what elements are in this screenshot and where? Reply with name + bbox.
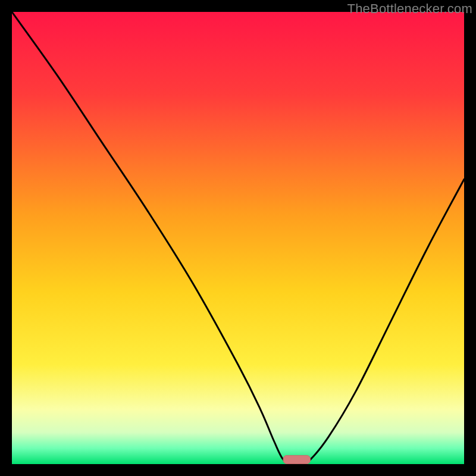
chart-frame: TheBottlenecker.com: [0, 0, 476, 476]
attribution-label: TheBottlenecker.com: [347, 1, 472, 17]
bottleneck-chart: [12, 12, 464, 464]
gradient-background: [12, 12, 464, 464]
optimal-range-marker: [283, 455, 311, 464]
